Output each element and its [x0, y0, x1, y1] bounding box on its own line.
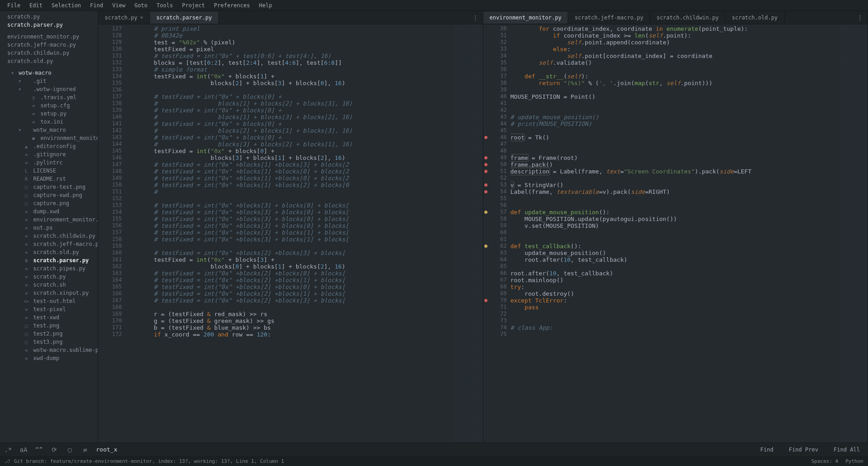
right-tabs: environment_monitor.pyscratch.jeff-macro… — [483, 11, 868, 24]
tree-item[interactable]: y .travis.yml — [0, 93, 98, 101]
menubar: FileEditSelectionFindViewGotoToolsProjec… — [0, 0, 868, 11]
project-root[interactable]: ▾ wotw-macro — [0, 69, 98, 77]
tree-item[interactable]: ≡ scratch.sh — [0, 281, 98, 289]
menu-preferences[interactable]: Preferences — [209, 0, 254, 10]
tree-item[interactable]: ≡ scratch.xinput.py — [0, 289, 98, 297]
wrap-toggle-icon[interactable]: ▢ — [65, 446, 74, 453]
editor-tab[interactable]: environment_monitor.py — [483, 12, 569, 24]
right-code-area[interactable]: 3031323334353637383940414243444546474849… — [483, 24, 868, 442]
tree-item[interactable]: ≡ wotw-macro.sublime-project — [0, 346, 98, 354]
tree-item[interactable]: <> test-out.html — [0, 297, 98, 305]
tree-item[interactable]: ≡ scratch.jeff-macro.py — [0, 240, 98, 248]
sidebar[interactable]: scratch.pyscratch.parser.pyenvironment_m… — [0, 11, 98, 442]
tab-overflow-icon[interactable]: ⋮ — [853, 14, 868, 21]
menu-edit[interactable]: Edit — [25, 0, 47, 10]
inselection-icon[interactable]: ⇄ — [81, 446, 90, 453]
tree-item[interactable]: ≡ .pylintrc — [0, 159, 98, 167]
refresh-icon[interactable]: ⟳ — [50, 446, 59, 453]
find-button[interactable]: Find — [756, 447, 778, 453]
open-file[interactable]: environment_monitor.py — [0, 33, 98, 41]
case-toggle-icon[interactable]: aA — [19, 446, 28, 453]
editor-tab[interactable]: scratch.old.py — [725, 12, 784, 24]
menu-selection[interactable]: Selection — [47, 0, 86, 10]
editor-tab[interactable]: scratch.py× — [98, 12, 150, 24]
tree-item[interactable]: ≡ scratch.old.py — [0, 248, 98, 256]
open-file[interactable]: scratch.old.py — [0, 57, 98, 65]
tree-item[interactable]: ▾ .git — [0, 77, 98, 85]
tree-item[interactable]: L LICENSE — [0, 167, 98, 175]
tree-item[interactable]: R README.rst — [0, 175, 98, 183]
tree-item[interactable]: □ test2.png — [0, 330, 98, 338]
editor-tab[interactable]: scratch.parser.py — [150, 12, 219, 24]
tree-item[interactable]: □ capture-test.png — [0, 183, 98, 191]
left-gutter: 1271281291301311321331341351361371381391… — [98, 24, 125, 442]
left-code-area[interactable]: 1271281291301311321331341351361371381391… — [98, 24, 483, 442]
menu-help[interactable]: Help — [255, 0, 277, 10]
tree-item[interactable]: □ capture.png — [0, 199, 98, 207]
tree-item[interactable]: ≡ scratch.py — [0, 273, 98, 281]
tree-item[interactable]: ≡ test-pixel — [0, 305, 98, 313]
tree-item[interactable]: ≡ scratch.pipes.py — [0, 264, 98, 273]
tree-item[interactable]: □ test3.png — [0, 338, 98, 346]
open-file[interactable]: scratch.parser.py — [0, 21, 98, 29]
tree-item[interactable]: □ capture-xwd.png — [0, 191, 98, 199]
menu-tools[interactable]: Tools — [152, 0, 178, 10]
right-pane: environment_monitor.pyscratch.jeff-macro… — [483, 11, 868, 442]
editor-tab[interactable]: scratch.childwin.py — [650, 12, 725, 24]
editor-tab[interactable]: scratch.jeff-macro.py — [568, 12, 650, 24]
status-lang[interactable]: Python — [845, 458, 863, 464]
tree-item[interactable]: ≡ xwd-dump — [0, 354, 98, 362]
tree-item[interactable]: ▾ .wotw-ignored — [0, 85, 98, 93]
right-gutter: 3031323334353637383940414243444546474849… — [483, 24, 511, 442]
tree-item[interactable]: ● environment_monitor.py — [0, 134, 98, 142]
status-bar: ⎇ Git branch: feature/create-environment… — [0, 456, 868, 466]
editor-group: scratch.py×scratch.parser.py⋮ 1271281291… — [98, 11, 868, 442]
open-file[interactable]: scratch.jeff-macro.py — [0, 41, 98, 49]
word-toggle-icon[interactable]: “” — [34, 446, 43, 453]
tree-item[interactable]: □ test.png — [0, 322, 98, 330]
menu-file[interactable]: File — [3, 0, 25, 10]
tree-item[interactable]: ≡ scratch.parser.py — [0, 256, 98, 264]
menu-goto[interactable]: Goto — [130, 0, 152, 10]
tab-overflow-icon[interactable]: ⋮ — [468, 14, 483, 21]
right-code[interactable]: for coordinate_index, coordinate in enum… — [511, 24, 841, 442]
find-input[interactable] — [96, 446, 232, 453]
tree-item[interactable]: ≡ setup.cfg — [0, 101, 98, 110]
tree-item[interactable]: ≡ out.ps — [0, 224, 98, 232]
tree-item[interactable]: ≡ setup.py — [0, 110, 98, 118]
tree-item[interactable]: ≡ tox.ini — [0, 118, 98, 126]
menu-find[interactable]: Find — [86, 0, 108, 10]
left-pane: scratch.py×scratch.parser.py⋮ 1271281291… — [98, 11, 483, 442]
find-bar: .* aA “” ⟳ ▢ ⇄ Find Find Prev Find All — [0, 442, 868, 456]
tree-item[interactable]: ≡ environment_monitor.py — [0, 216, 98, 224]
regex-toggle-icon[interactable]: .* — [4, 446, 13, 453]
find-prev-button[interactable]: Find Prev — [784, 447, 823, 453]
tree-item[interactable]: ≡ test-xwd — [0, 313, 98, 322]
tree-item[interactable]: ≡ scratch.childwin.py — [0, 232, 98, 240]
menu-view[interactable]: View — [108, 0, 130, 10]
left-minimap[interactable] — [456, 24, 483, 442]
left-tabs: scratch.py×scratch.parser.py⋮ — [98, 11, 483, 24]
menu-project[interactable]: Project — [178, 0, 210, 10]
status-spaces[interactable]: Spaces: 4 — [811, 458, 839, 464]
main-area: scratch.pyscratch.parser.pyenvironment_m… — [0, 11, 868, 442]
find-all-button[interactable]: Find All — [829, 447, 864, 453]
tree-item[interactable]: ▾ wotw_macro — [0, 126, 98, 134]
open-file[interactable]: scratch.py — [0, 13, 98, 21]
close-icon[interactable]: × — [140, 14, 143, 20]
open-file[interactable]: scratch.childwin.py — [0, 49, 98, 57]
status-text: Git branch: feature/create-environment-m… — [14, 458, 284, 464]
left-code[interactable]: # print pixel # 00342e test = "%02x" % (… — [125, 24, 456, 442]
tree-item[interactable]: ≡ .gitignore — [0, 150, 98, 159]
tree-item[interactable]: ▲ .editorconfig — [0, 142, 98, 150]
right-minimap[interactable] — [840, 24, 868, 442]
tree-item[interactable]: ≡ dump.xwd — [0, 207, 98, 216]
branch-icon: ⎇ — [5, 458, 10, 464]
